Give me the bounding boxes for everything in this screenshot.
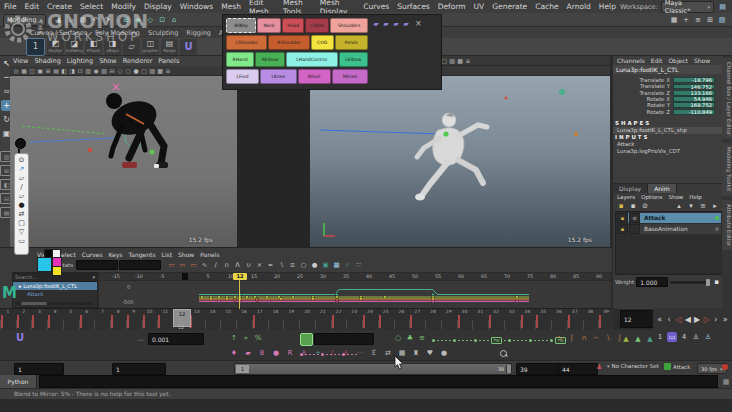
play-forwards-button[interactable]: ▶	[694, 314, 701, 324]
eye-icon[interactable]: ⊙	[19, 156, 25, 164]
character-blue-icon[interactable]: ♙	[703, 332, 713, 342]
graph-tree-item-luna3p-footik-l-ctl[interactable]: ▸ Luna3p:footIK_L_CTL	[13, 282, 97, 290]
layer-ghost-icon[interactable]: ⊘	[640, 201, 650, 211]
layer-menu-options[interactable]: Options	[639, 194, 664, 200]
pink-dot-strip[interactable]	[300, 353, 357, 356]
screen-share-icon[interactable]: ▭	[667, 332, 677, 342]
channel-menu-edit[interactable]: Edit	[649, 57, 665, 64]
side-tab-attribute-editor[interactable]: Attribute Editor	[722, 200, 732, 250]
shelf-button-acksetup[interactable]: ◪AckSetup	[66, 39, 83, 55]
channel-name[interactable]: Translate Z	[613, 90, 673, 96]
shelf-button-item-0[interactable]: 1	[26, 38, 45, 56]
range-slider-bar[interactable]: 1 39	[234, 363, 512, 375]
channel-box-node-s-h-a-p-e-s[interactable]: S H A P E S	[613, 120, 723, 127]
dot[interactable]	[517, 340, 519, 342]
frame-16[interactable]: 16	[236, 309, 252, 331]
viewport-toolbar-icon-6[interactable]: ◧	[60, 67, 68, 75]
auto-frame-icon[interactable]: ✓	[343, 261, 352, 270]
picker-button-pelvis[interactable]: Pelvis	[335, 35, 368, 50]
dot[interactable]	[432, 339, 435, 342]
picker-button-cog[interactable]: COG	[311, 35, 334, 50]
viewport-toolbar-icon-12[interactable]: ⊟	[108, 67, 116, 75]
break-tangent-icon[interactable]: ×	[255, 261, 264, 270]
animbot-logo[interactable]: U	[16, 332, 24, 343]
list-icon[interactable]: ≡	[417, 333, 427, 343]
picker-button-lshoulder[interactable]: LShoulder	[226, 35, 267, 50]
keyframe-point[interactable]	[516, 296, 518, 298]
keyframe-point[interactable]	[218, 296, 220, 298]
bookshelf-icon[interactable]: ▤	[718, 2, 727, 12]
layer-up-icon[interactable]: ▴	[674, 201, 684, 211]
dot[interactable]	[445, 340, 447, 342]
ease-icon[interactable]: ∿	[555, 333, 565, 343]
picker-button-shoulders[interactable]: Shoulders	[330, 18, 368, 33]
picker-button-chest[interactable]: Chest	[305, 18, 329, 33]
dot[interactable]	[449, 340, 451, 342]
frame-23[interactable]: 23	[346, 309, 362, 331]
frame-15[interactable]: 15	[220, 309, 236, 331]
command-input[interactable]	[39, 375, 718, 388]
file-save-icon[interactable]: ▤	[78, 15, 88, 25]
go-to-start-button[interactable]: «	[656, 314, 663, 324]
swap-buffer-icon[interactable]: ▭	[178, 261, 187, 270]
playback-end-field[interactable]: 39	[516, 363, 562, 375]
menu-deform[interactable]: Deform	[434, 2, 470, 11]
keyframe-point[interactable]	[516, 300, 518, 302]
vp-menu-show[interactable]: Show	[96, 57, 120, 65]
viewport-left-canvas[interactable]: 15.2 fps	[10, 76, 237, 247]
viewport-toolbar-icon-7[interactable]: ◨	[68, 67, 76, 75]
layer-mute-toggle[interactable]: ▪	[617, 213, 628, 223]
viewport-toolbar-icon-17[interactable]: ▨	[448, 57, 456, 65]
dot[interactable]	[351, 354, 353, 356]
arch-icon[interactable]: ∩	[579, 333, 589, 343]
picker-button-rshoulder[interactable]: RShoulder	[268, 35, 309, 50]
dot[interactable]	[347, 354, 349, 356]
viewport-toolbar-icon-9[interactable]: ▥	[84, 67, 92, 75]
frame-13[interactable]: 13	[189, 309, 205, 331]
layer-down-icon[interactable]: ▾	[686, 201, 696, 211]
epsilon-icon[interactable]: Ɛ	[369, 348, 379, 358]
viewport-toolbar-icon-13[interactable]: ◇	[116, 67, 124, 75]
dot[interactable]	[479, 340, 481, 342]
channel-value-field[interactable]: 169.752	[673, 102, 715, 108]
cursor-icon[interactable]: ↗	[19, 165, 25, 173]
menu-display[interactable]: Display	[140, 2, 176, 11]
frame-10[interactable]: 10	[142, 309, 158, 331]
dot[interactable]	[546, 340, 548, 342]
viewport-left[interactable]: ViewShadingLightingShowRendererPanels ◎▦…	[10, 56, 237, 247]
frame-35[interactable]: 35	[535, 309, 551, 331]
viewport-toolbar-icon-10[interactable]: ◉	[92, 67, 100, 75]
layer-mute-toggle[interactable]: ▪	[617, 224, 628, 234]
layer-menu-icon[interactable]: ≡	[698, 201, 708, 211]
workspace-select[interactable]: Maya Classic* ▾	[661, 1, 714, 13]
step-tangent-icon[interactable]: Λ	[233, 261, 242, 270]
file-new-icon[interactable]: ▮	[54, 15, 64, 25]
frame-31[interactable]: 31	[472, 309, 488, 331]
frame-9[interactable]: 9	[126, 309, 142, 331]
shelf-tab-poly-modeling[interactable]: Poly Modeling	[95, 29, 140, 37]
dot[interactable]	[466, 340, 468, 342]
shelf-button-keyspr[interactable]: ◩KeySpr	[47, 39, 64, 55]
picker-button-head[interactable]: Head	[282, 18, 304, 33]
viewport-toolbar-icon-16[interactable]: ▢	[140, 67, 148, 75]
teal-marker-dot[interactable]	[559, 89, 565, 95]
dot[interactable]	[504, 340, 506, 342]
bucket-icon[interactable]: ▽	[19, 228, 24, 236]
channel-box-node-luna3p-footik-l-ctl-shp[interactable]: Luna3p:footIK_L_CTL_shp	[613, 127, 723, 134]
pink-cross-marker[interactable]	[113, 84, 119, 90]
dot[interactable]	[521, 340, 523, 342]
dot[interactable]	[534, 340, 536, 342]
cube-icon[interactable]: ▢	[18, 219, 25, 227]
weighted-tangent-icon[interactable]: ≡	[288, 261, 297, 270]
viewport-toolbar-icon-3[interactable]: ▣	[36, 67, 44, 75]
viewport-toolbar-icon-0[interactable]: ◎	[12, 67, 20, 75]
play-backwards-button[interactable]: ◀	[684, 314, 691, 324]
viewport-toolbar-icon-4[interactable]: ⊞	[44, 67, 52, 75]
dot[interactable]	[334, 354, 336, 356]
graph-menu-panels[interactable]: Panels	[197, 251, 222, 258]
layer-menu-show[interactable]: Show	[666, 194, 685, 200]
script-editor-icon[interactable]: ▦	[721, 377, 731, 387]
frame-4[interactable]: 4	[47, 309, 63, 331]
tween-value-field[interactable]: 0.001	[148, 333, 204, 345]
weight-key-button[interactable]: ▪	[713, 277, 720, 287]
